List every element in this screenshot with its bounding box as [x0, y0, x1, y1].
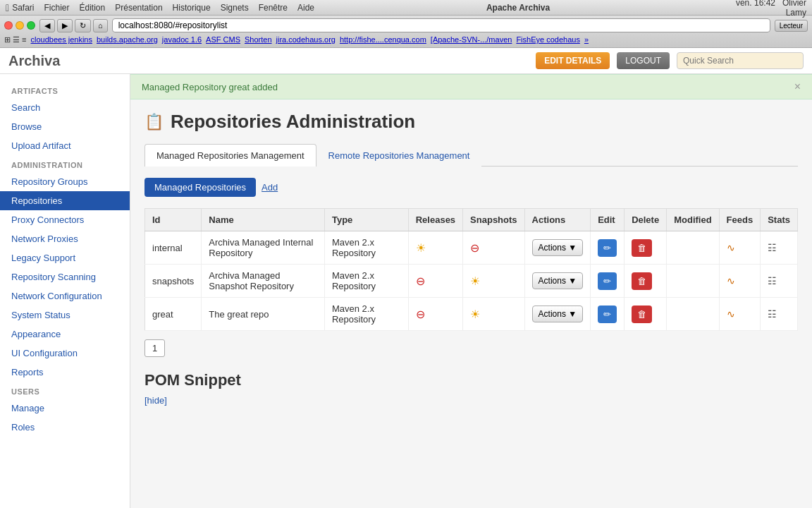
edit-button[interactable]: ✏: [598, 239, 617, 257]
menu-fichier[interactable]: Fichier: [44, 3, 69, 13]
bookmark-builds[interactable]: builds.apache.org: [97, 35, 158, 44]
sidebar-item-reports[interactable]: Reports: [0, 363, 130, 382]
cell-modified: [667, 298, 719, 331]
stats-icon[interactable]: ☷: [768, 308, 777, 320]
alert-close-button[interactable]: ×: [794, 80, 801, 93]
apple-icon: : [6, 2, 9, 13]
actions-dropdown-button[interactable]: Actions ▼: [532, 272, 584, 289]
sidebar-item-roles[interactable]: Roles: [0, 418, 130, 437]
window-title: Apache Archiva: [314, 3, 722, 13]
menu-edition[interactable]: Édition: [80, 3, 106, 13]
stats-icon[interactable]: ☷: [768, 242, 777, 253]
edit-button[interactable]: ✏: [598, 306, 617, 323]
delete-button[interactable]: 🗑: [632, 306, 652, 323]
traffic-lights[interactable]: [4, 21, 35, 30]
edit-button[interactable]: ✏: [598, 272, 617, 290]
stats-icon[interactable]: ☷: [768, 275, 777, 286]
back-button[interactable]: ◀: [39, 19, 55, 32]
rss-icon[interactable]: ∿: [727, 275, 735, 286]
maximize-button[interactable]: [27, 21, 35, 30]
tab-remote[interactable]: Remote Repositories Management: [316, 144, 482, 167]
delete-button[interactable]: 🗑: [632, 239, 652, 257]
cell-stats[interactable]: ☷: [761, 298, 798, 331]
pom-toggle[interactable]: [hide]: [144, 395, 167, 406]
bookmark-javadoc[interactable]: javadoc 1.6: [162, 35, 202, 44]
menu-aide[interactable]: Aide: [297, 3, 314, 13]
menu-signets[interactable]: Signets: [221, 3, 249, 13]
add-button[interactable]: Add: [262, 182, 278, 193]
sidebar-item-search[interactable]: Search: [0, 98, 130, 117]
mac-menu[interactable]: Safari Fichier Édition Présentation Hist…: [12, 3, 314, 13]
users-section-label: USERS: [0, 382, 130, 399]
address-bar[interactable]: [112, 18, 770, 32]
close-button[interactable]: [4, 21, 13, 30]
cell-actions[interactable]: Actions ▼: [524, 231, 591, 265]
sidebar-item-legacy-support[interactable]: Legacy Support: [0, 248, 130, 267]
minimize-button[interactable]: [16, 21, 24, 30]
sidebar-item-repositories[interactable]: Repositories: [0, 191, 130, 210]
bookmark-more[interactable]: »: [584, 35, 589, 44]
tabs: Managed Repositories Management Remote R…: [144, 144, 798, 167]
sidebar-item-appearance[interactable]: Appearance: [0, 325, 130, 344]
home-button[interactable]: ⌂: [93, 19, 108, 32]
cell-stats[interactable]: ☷: [761, 265, 798, 298]
cell-actions[interactable]: Actions ▼: [524, 265, 591, 298]
bookmark-asf[interactable]: ASF CMS: [206, 35, 240, 44]
cell-feeds[interactable]: ∿: [719, 265, 761, 298]
cell-stats[interactable]: ☷: [761, 231, 798, 265]
cell-name: The great repo: [202, 298, 325, 331]
tab-managed[interactable]: Managed Repositories Management: [144, 144, 316, 167]
bookmark-jira[interactable]: jira.codehaus.org: [276, 35, 336, 44]
edit-details-button[interactable]: EDIT DETAILS: [536, 52, 610, 69]
bookmark-fishe[interactable]: http://fishe....cenqua.com: [340, 35, 426, 44]
bookmark-svn[interactable]: [Apache-SVN-.../maven: [431, 35, 512, 44]
releases-icon-no: ⊖: [416, 275, 425, 287]
cell-releases: ⊖: [408, 298, 462, 331]
reader-button[interactable]: Lecteur: [775, 20, 808, 32]
page-1-button[interactable]: 1: [144, 339, 165, 357]
sidebar-item-repo-scanning[interactable]: Repository Scanning: [0, 267, 130, 286]
cell-edit[interactable]: ✏: [591, 231, 625, 265]
sidebar-item-network-config[interactable]: Network Configuration: [0, 286, 130, 306]
bookmark-cloudbees[interactable]: cloudbees jenkins: [31, 35, 92, 44]
table-row: great The great repo Maven 2.x Repositor…: [145, 298, 798, 331]
cell-feeds[interactable]: ∿: [719, 231, 761, 265]
actions-dropdown-button[interactable]: Actions ▼: [532, 239, 584, 256]
quick-search-input[interactable]: [677, 52, 804, 69]
cell-delete[interactable]: 🗑: [625, 298, 667, 331]
releases-icon-sun: ☀: [416, 242, 426, 254]
cell-feeds[interactable]: ∿: [719, 298, 761, 331]
managed-repos-button[interactable]: Managed Repositories: [144, 178, 256, 197]
nav-buttons[interactable]: ◀ ▶ ↻ ⌂: [39, 19, 108, 32]
cell-delete[interactable]: 🗑: [625, 265, 667, 298]
pom-section: POM Snippet [hide]: [144, 371, 798, 406]
menu-fenetre[interactable]: Fenêtre: [259, 3, 288, 13]
cell-actions[interactable]: Actions ▼: [524, 298, 591, 331]
sidebar-item-system-status[interactable]: System Status: [0, 306, 130, 325]
delete-button[interactable]: 🗑: [632, 272, 652, 290]
bookmark-fisheye[interactable]: FishEye codehaus: [516, 35, 580, 44]
rss-icon[interactable]: ∿: [727, 308, 735, 320]
cell-edit[interactable]: ✏: [591, 298, 625, 331]
menu-safari[interactable]: Safari: [12, 3, 34, 13]
cell-type: Maven 2.x Repository: [324, 298, 408, 331]
menu-historique[interactable]: Historique: [173, 3, 211, 13]
sidebar-item-browse[interactable]: Browse: [0, 117, 130, 136]
rss-icon[interactable]: ∿: [727, 242, 735, 253]
artifacts-section-label: ARTIFACTS: [0, 81, 130, 98]
sidebar-item-upload[interactable]: Upload Artifact: [0, 136, 130, 155]
actions-dropdown-button[interactable]: Actions ▼: [532, 306, 584, 322]
logout-button[interactable]: LOGOUT: [617, 52, 670, 69]
sidebar-item-proxy-connectors[interactable]: Proxy Connectors: [0, 210, 130, 229]
sidebar-item-ui-config[interactable]: UI Configuration: [0, 344, 130, 363]
sidebar-item-network-proxies[interactable]: Network Proxies: [0, 229, 130, 248]
menu-presentation[interactable]: Présentation: [115, 3, 162, 13]
bookmark-shorten[interactable]: Shorten: [245, 35, 272, 44]
col-releases: Releases: [408, 209, 462, 231]
cell-delete[interactable]: 🗑: [625, 231, 667, 265]
cell-edit[interactable]: ✏: [591, 265, 625, 298]
sidebar-item-manage[interactable]: Manage: [0, 399, 130, 418]
forward-button[interactable]: ▶: [57, 19, 73, 32]
reload-button[interactable]: ↻: [75, 19, 91, 32]
sidebar-item-repo-groups[interactable]: Repository Groups: [0, 172, 130, 191]
